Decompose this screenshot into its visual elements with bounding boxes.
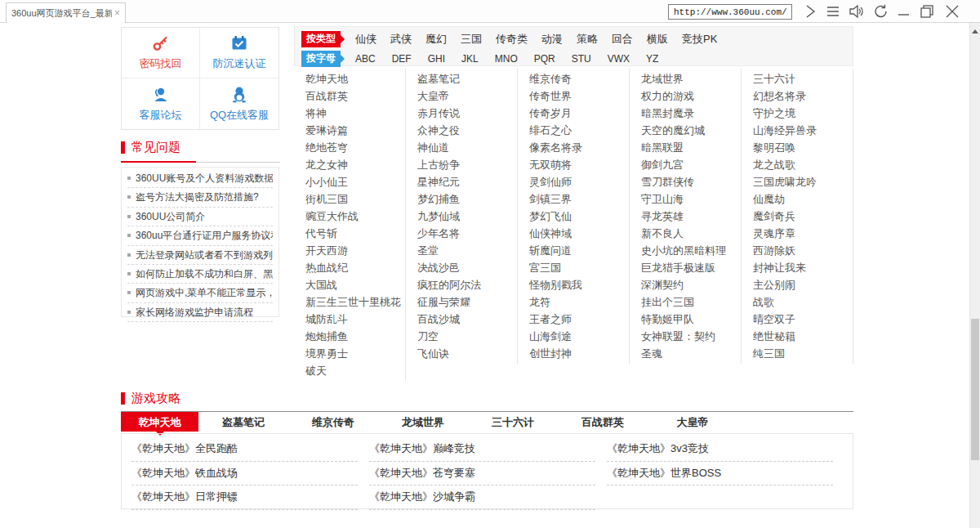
guide-tab[interactable]: 维京传奇 (288, 412, 378, 432)
game-link[interactable]: 雪刀群侠传 (641, 173, 741, 190)
article-link[interactable]: 《乾坤天地》苍穹要塞 (369, 462, 595, 486)
guide-tab[interactable]: 大皇帝 (648, 412, 737, 432)
game-link[interactable]: 主公别闹 (753, 276, 853, 293)
game-link[interactable]: 炮炮捕鱼 (305, 328, 405, 345)
go-arrow-icon[interactable] (802, 4, 818, 19)
game-link[interactable]: 百战沙城 (417, 311, 517, 328)
game-link[interactable]: 街机三国 (305, 190, 405, 208)
game-link[interactable]: 传奇世界 (529, 87, 629, 105)
game-link[interactable]: 征服与荣耀 (417, 293, 517, 311)
game-link[interactable]: 圣魂 (641, 345, 741, 362)
game-link[interactable]: 热血战纪 (305, 259, 405, 276)
game-link[interactable]: 豌豆大作战 (305, 208, 405, 225)
game-link[interactable]: 魔剑奇兵 (753, 208, 853, 225)
game-link[interactable]: 山海剑途 (529, 328, 629, 345)
game-link[interactable]: 纯三国 (753, 345, 853, 362)
guide-tab[interactable]: 百战群英 (558, 412, 648, 432)
filter-type-item[interactable]: 三国 (461, 32, 482, 47)
game-link[interactable]: 梦幻捕鱼 (417, 190, 517, 208)
game-link[interactable]: 幻想名将录 (753, 87, 853, 105)
game-link[interactable]: 爱琳诗篇 (305, 122, 405, 139)
game-link[interactable]: 维京传奇 (529, 70, 629, 87)
game-link[interactable]: 天空的魔幻城 (641, 122, 741, 139)
game-link[interactable]: 将神 (305, 105, 405, 122)
scrollbar-thumb[interactable] (971, 319, 979, 460)
game-link[interactable]: 怪物别戳我 (529, 276, 629, 293)
close-icon[interactable] (944, 4, 960, 19)
filter-type-item[interactable]: 策略 (577, 32, 598, 47)
guide-tab[interactable]: 盗墓笔记 (198, 412, 288, 432)
menu-icon[interactable] (825, 4, 841, 19)
game-link[interactable]: 晴空双子 (753, 311, 853, 328)
game-link[interactable]: 龙之战歌 (753, 156, 853, 173)
game-link[interactable]: 御剑九宫 (641, 156, 741, 173)
filter-alpha-item[interactable]: JKL (461, 53, 479, 65)
filter-alpha-item[interactable]: ABC (355, 53, 376, 65)
anti-addiction-button[interactable]: 防沉迷认证 (200, 28, 278, 78)
game-link[interactable]: 宫三国 (529, 259, 629, 276)
filter-type-item[interactable]: 动漫 (541, 32, 563, 47)
game-link[interactable]: 绯石之心 (529, 122, 629, 139)
game-link[interactable]: 守卫山海 (641, 190, 741, 208)
support-forum-button[interactable]: 客服论坛 (122, 78, 200, 129)
game-link[interactable]: 女神联盟：契约 (641, 328, 741, 345)
password-recovery-button[interactable]: 密码找回 (122, 28, 200, 78)
game-link[interactable]: 梦幻飞仙 (529, 208, 629, 225)
filter-alpha-item[interactable]: MNO (495, 53, 518, 65)
filter-alpha-item[interactable]: VWX (608, 53, 630, 65)
filter-alpha-item[interactable]: DEF (392, 53, 412, 65)
article-link[interactable]: 《乾坤天地》沙城争霸 (369, 485, 595, 510)
faq-item[interactable]: 360UU账号及个人资料游戏数据安全 (127, 169, 273, 188)
game-link[interactable]: 龙之女神 (305, 156, 405, 173)
article-link[interactable]: 《乾坤天地》全民跑酷 (131, 437, 358, 462)
tab-close-icon[interactable]: × (114, 7, 120, 19)
game-link[interactable]: 龙域世界 (641, 70, 741, 87)
speaker-icon[interactable] (848, 4, 866, 19)
game-link[interactable]: 盗墓笔记 (417, 70, 517, 87)
filter-type-item[interactable]: 仙侠 (355, 32, 376, 47)
game-link[interactable]: 暗黑联盟 (641, 139, 741, 156)
game-link[interactable]: 战歌 (753, 293, 853, 311)
game-link[interactable]: 大国战 (305, 276, 405, 293)
game-link[interactable]: 乾坤天地 (305, 70, 405, 87)
game-link[interactable]: 百战群英 (305, 87, 405, 105)
filter-type-item[interactable]: 武侠 (390, 32, 412, 47)
game-link[interactable]: 传奇岁月 (529, 105, 629, 122)
filter-alpha-item[interactable]: YZ (646, 53, 658, 65)
game-link[interactable]: 黎明召唤 (753, 139, 853, 156)
scroll-up-arrow-icon[interactable] (972, 29, 978, 34)
game-link[interactable]: 圣堂 (417, 242, 517, 259)
game-link[interactable]: 特勤姬甲队 (641, 311, 741, 328)
game-link[interactable]: 飞仙诀 (417, 345, 517, 362)
game-link[interactable]: 星神纪元 (417, 173, 517, 190)
game-link[interactable]: 仙侠神域 (529, 225, 629, 242)
game-link[interactable]: 王者之师 (529, 311, 629, 328)
filter-type-item[interactable]: 横版 (647, 32, 668, 47)
game-link[interactable]: 城防乱斗 (305, 311, 405, 328)
game-link[interactable]: 小小仙王 (305, 173, 405, 190)
address-bar[interactable]: http://www.360uu.com/ (668, 4, 792, 20)
game-link[interactable]: 无双萌将 (529, 156, 629, 173)
guide-tab[interactable]: 三十六计 (468, 412, 558, 432)
qq-online-support-button[interactable]: QQ在线客服 (200, 78, 278, 129)
game-link[interactable]: 像素名将录 (529, 139, 629, 156)
game-link[interactable]: 疯狂的阿尔法 (417, 276, 517, 293)
game-link[interactable]: 剑镇三界 (529, 190, 629, 208)
game-link[interactable]: 破天 (305, 362, 405, 379)
filter-type-item[interactable]: 魔幻 (425, 32, 447, 47)
game-link[interactable]: 山海经异兽录 (753, 122, 853, 139)
game-link[interactable]: 巨龙猎手极速版 (641, 259, 741, 276)
game-link[interactable]: 三十六计 (753, 70, 853, 87)
game-link[interactable]: 创世封神 (529, 345, 629, 362)
game-link[interactable]: 灵剑仙师 (529, 173, 629, 190)
article-link[interactable]: 《乾坤天地》日常押镖 (131, 485, 358, 510)
filter-type-item[interactable]: 回合 (612, 32, 633, 47)
game-link[interactable]: 深渊契约 (641, 276, 741, 293)
game-link[interactable]: 少年名将 (417, 225, 517, 242)
game-link[interactable]: 开天西游 (305, 242, 405, 259)
filter-type-item[interactable]: 竞技PK (682, 32, 717, 47)
faq-item[interactable]: 盗号方法大揭密及防范措施? (127, 188, 273, 207)
game-link[interactable]: 西游除妖 (753, 242, 853, 259)
game-link[interactable]: 权力的游戏 (641, 87, 741, 105)
article-link[interactable]: 《乾坤天地》世界BOSS (607, 462, 833, 486)
